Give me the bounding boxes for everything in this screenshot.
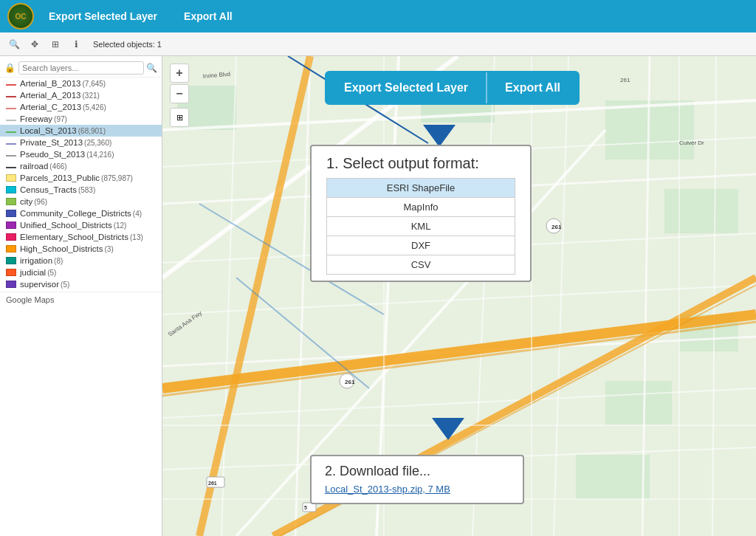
layer-swatch [6,120,16,122]
map-export-selected-button[interactable]: Export Selected Layer [326,72,487,103]
layer-count: (5,426) [83,103,106,111]
layer-name: Private_St_2013 [20,138,83,147]
layer-item[interactable]: Arterial_C_2013 (5,426) [0,101,162,113]
google-maps-label: Google Maps [0,292,162,307]
layer-item[interactable]: Private_St_2013 (25,360) [0,137,162,148]
layer-count: (4) [133,210,142,218]
zoom-out-map-button[interactable]: − [170,84,189,103]
layer-item[interactable]: Pseudo_St_2013 (14,216) [0,148,162,160]
toolbar: 🔍 ✥ ⊞ ℹ Selected objects: 1 [0,32,756,56]
main-content: 🔒 🔍 Arterial_B_2013 (7,645)Arterial_A_20… [0,56,756,536]
layer-name: High_School_Districts [20,244,103,253]
layer-swatch [6,155,16,157]
layer-name: Arterial_A_2013 [20,91,80,100]
app-header: OC Export Selected Layer Export All [0,0,756,32]
header-export-all-button[interactable]: Export All [172,6,244,27]
layer-sidebar: 🔒 🔍 Arterial_B_2013 (7,645)Arterial_A_20… [0,56,162,536]
layer-count: (5) [61,281,69,289]
layer-item[interactable]: Parcels_2013_Public (875,987) [0,172,162,184]
zoom-in-icon[interactable]: 🔍 [6,36,22,52]
layer-item[interactable]: supervisor (5) [0,278,162,290]
layer-item[interactable]: Community_College_Districts (4) [0,207,162,219]
lock-icon: 🔒 [4,63,16,73]
svg-text:261: 261 [620,77,630,83]
layer-item[interactable]: Elementary_School_Districts (13) [0,231,162,243]
layer-item[interactable]: irrigation (8) [0,255,162,267]
layer-item[interactable]: city (96) [0,196,162,207]
header-export-selected-button[interactable]: Export Selected Layer [37,6,169,27]
layer-count: (13) [130,233,143,241]
layer-count: (25,360) [84,139,111,147]
layer-name: railroad [20,162,48,171]
layer-count: (97) [54,115,67,123]
layer-swatch [6,221,16,229]
layer-count: (466) [49,162,66,171]
layer-swatch [6,198,16,205]
info-icon[interactable]: ℹ [68,36,84,52]
layer-item[interactable]: Arterial_B_2013 (7,645) [0,78,162,89]
svg-rect-6 [605,381,672,425]
layer-name: Pseudo_St_2013 [20,150,85,159]
layers-map-button[interactable]: ⊞ [170,108,189,127]
layer-name: judicial [20,268,46,277]
layer-swatch [6,174,16,182]
map-export-all-button[interactable]: Export All [487,72,578,103]
arrow1-down [423,125,456,147]
svg-text:5: 5 [304,505,307,510]
svg-rect-7 [576,455,650,499]
layer-count: (8) [54,257,63,265]
format-row[interactable]: DXF [327,236,515,255]
svg-text:261: 261 [551,224,562,230]
search-icon[interactable]: 🔍 [146,63,157,73]
layer-name: irrigation [20,256,52,265]
layer-swatch [6,167,16,169]
layer-name: Arterial_C_2013 [20,103,81,111]
layers-list: Arterial_B_2013 (7,645)Arterial_A_2013 (… [0,78,162,290]
layer-swatch [6,269,16,276]
layer-item[interactable]: Freeway (97) [0,113,162,125]
svg-text:Culver Dr: Culver Dr [679,140,704,146]
format-label: ESRI ShapeFile [327,179,515,198]
layer-item[interactable]: Unified_School_Districts (12) [0,219,162,231]
layer-count: (7,645) [82,80,106,88]
app-logo: OC [7,3,34,30]
format-row[interactable]: ESRI ShapeFile [327,179,515,198]
layer-name: Unified_School_Districts [20,221,112,230]
layer-item[interactable]: High_School_Districts (3) [0,243,162,255]
format-row[interactable]: MapInfo [327,198,515,217]
zoom-in-map-button[interactable]: + [170,63,189,83]
step1-title: 1. Select output format: [326,155,515,172]
layer-search-input[interactable] [18,61,144,75]
layer-name: Parcels_2013_Public [20,173,100,182]
layer-name: city [20,197,32,206]
map-export-callout: Export Selected Layer Export All [325,71,580,105]
svg-rect-4 [664,189,738,233]
layer-count: (3) [105,245,114,253]
layer-count: (583) [78,186,95,194]
layer-item[interactable]: Local_St_2013 (68,901) [0,125,162,137]
layer-item[interactable]: railroad (466) [0,160,162,172]
layer-count: (5) [47,269,56,277]
step2-title: 2. Download file... [325,464,509,479]
format-label: KML [327,217,515,236]
layer-swatch [6,143,16,145]
layer-item[interactable]: Arterial_A_2013 (321) [0,89,162,101]
pan-icon[interactable]: ✥ [27,36,43,52]
format-label: DXF [327,236,515,255]
map-area[interactable]: Irvine Blvd Jamboree Rd 261 Culver Dr Sa… [162,56,756,536]
sidebar-search-row: 🔒 🔍 [0,59,162,78]
layer-swatch [6,131,16,134]
layer-swatch [6,257,16,264]
layer-count: (12) [114,221,127,230]
format-row[interactable]: CSV [327,255,515,275]
layer-name: Elementary_School_Districts [20,233,128,241]
download-link[interactable]: Local_St_2013-shp.zip, 7 MB [325,484,450,495]
layer-item[interactable]: Census_Tracts (583) [0,184,162,196]
layer-swatch [6,108,16,110]
layer-name: Community_College_Districts [20,209,131,218]
format-table: ESRI ShapeFileMapInfoKMLDXFCSV [326,178,515,275]
grid-icon[interactable]: ⊞ [47,36,63,52]
layer-item[interactable]: judicial (5) [0,267,162,278]
format-row[interactable]: KML [327,217,515,236]
layer-name: Local_St_2013 [20,126,77,135]
